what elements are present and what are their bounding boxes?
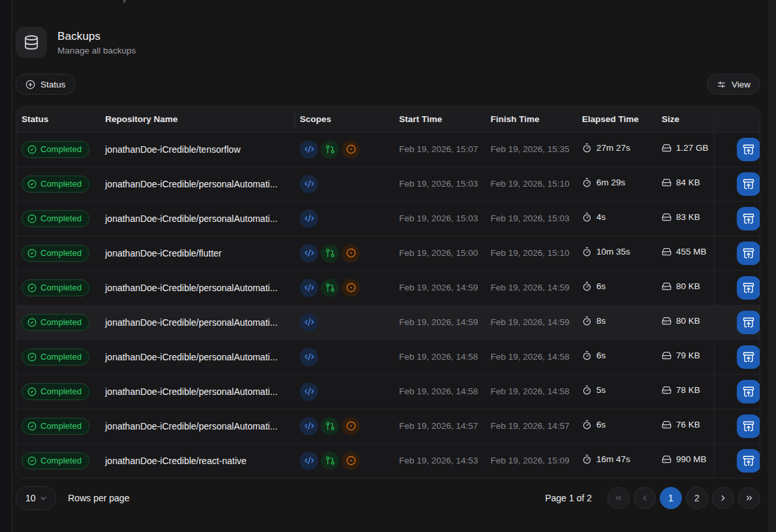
status-badge: Completed	[22, 141, 89, 158]
hard-drive-icon	[662, 247, 671, 257]
restore-backup-button[interactable]	[737, 311, 760, 334]
column-header-elapsed-time: Elapsed Time	[577, 107, 656, 132]
hard-drive-icon	[662, 212, 671, 222]
finish-time-cell: Feb 19, 2026, 15:10	[485, 166, 577, 201]
scopes-cell	[295, 339, 394, 374]
size-cell: 80 KB	[656, 270, 714, 305]
page-title: Backups	[57, 30, 136, 43]
rows-per-page-label: Rows per page	[68, 493, 129, 503]
pull-request-scope-icon	[321, 452, 339, 470]
column-header-actions	[714, 107, 760, 132]
next-page-button[interactable]	[712, 487, 734, 509]
table-row: Completed jonathanDoe-iCredible/react-na…	[16, 443, 760, 478]
status-cell: Completed	[16, 409, 100, 443]
repository-name-cell: jonathanDoe-iCredible/personalAutomati..…	[100, 201, 295, 236]
start-time-cell: Feb 19, 2026, 15:00	[394, 236, 485, 270]
code-scope-icon	[300, 313, 318, 332]
start-time-cell: Feb 19, 2026, 15:07	[394, 132, 485, 166]
archive-restore-icon	[743, 178, 754, 190]
code-scope-icon	[300, 383, 318, 401]
scopes-cell	[295, 236, 394, 270]
status-filter-button[interactable]: Status	[16, 74, 75, 95]
last-page-button[interactable]	[738, 487, 760, 509]
circle-check-icon	[27, 456, 37, 465]
scopes-cell	[295, 374, 394, 409]
scopes-cell	[295, 270, 394, 305]
restore-backup-button[interactable]	[737, 242, 760, 265]
actions-cell	[714, 305, 760, 339]
restore-backup-button[interactable]	[737, 345, 760, 369]
restore-backup-button[interactable]	[737, 449, 760, 473]
page-subtitle: Manage all backups	[57, 46, 136, 55]
size-cell: 83 KB	[656, 201, 714, 236]
repository-name-cell: jonathanDoe-iCredible/personalAutomati..…	[100, 305, 295, 339]
view-button-label: View	[732, 80, 751, 89]
finish-time-cell: Feb 19, 2026, 15:03	[485, 201, 577, 236]
code-scope-icon	[300, 279, 318, 297]
view-button[interactable]: View	[707, 74, 760, 95]
timer-icon	[582, 143, 592, 153]
restore-backup-button[interactable]	[737, 172, 760, 196]
scopes-cell	[295, 132, 394, 166]
chevron-down-icon	[39, 494, 48, 503]
previous-page-button[interactable]	[634, 487, 656, 509]
repository-name-cell: jonathanDoe-iCredible/personalAutomati..…	[100, 166, 295, 201]
column-header-status: Status	[16, 107, 100, 132]
status-badge: Completed	[22, 452, 89, 469]
page-1-button[interactable]: 1	[660, 487, 682, 509]
app-frame-left-edge	[0, 0, 12, 532]
restore-backup-button[interactable]	[737, 207, 760, 230]
finish-time-cell: Feb 19, 2026, 15:10	[485, 236, 577, 270]
restore-backup-button[interactable]	[737, 138, 760, 161]
page-2-button[interactable]: 2	[686, 487, 708, 509]
circle-check-icon	[27, 145, 37, 154]
archive-restore-icon	[743, 317, 754, 328]
timer-icon	[582, 281, 592, 291]
sliders-icon	[717, 80, 726, 89]
chevrons-left-icon	[614, 493, 623, 503]
repository-name-cell: jonathanDoe-iCredible/flutter	[100, 236, 295, 270]
size-cell: 1.27 GB	[656, 132, 714, 166]
size-cell: 78 KB	[656, 374, 714, 409]
start-time-cell: Feb 19, 2026, 14:53	[394, 443, 485, 478]
status-cell: Completed	[16, 374, 100, 409]
actions-cell	[714, 132, 760, 166]
restore-backup-button[interactable]	[737, 415, 760, 438]
actions-cell	[714, 270, 760, 305]
timer-icon	[582, 247, 592, 257]
size-cell: 79 KB	[656, 339, 714, 374]
chevron-left-icon	[640, 493, 649, 503]
hard-drive-icon	[662, 143, 671, 153]
rows-per-page-select[interactable]: 10	[16, 486, 56, 510]
chevrons-right-icon	[745, 493, 754, 503]
page-header: Backups Manage all backups	[16, 27, 760, 58]
archive-restore-icon	[743, 386, 754, 398]
scopes-cell	[295, 201, 394, 236]
archive-restore-icon	[743, 144, 754, 155]
elapsed-time-cell: 27m 27s	[577, 132, 656, 166]
status-cell: Completed	[16, 236, 100, 270]
actions-cell	[714, 339, 760, 374]
timer-icon	[582, 351, 592, 360]
archive-restore-icon	[743, 351, 754, 363]
table-row: Completed jonathanDoe-iCredible/personal…	[16, 339, 760, 374]
repository-name-cell: jonathanDoe-iCredible/personalAutomati..…	[100, 374, 295, 409]
elapsed-time-cell: 10m 35s	[577, 236, 656, 270]
status-badge: Completed	[22, 383, 89, 400]
finish-time-cell: Feb 19, 2026, 14:58	[485, 374, 577, 409]
restore-backup-button[interactable]	[737, 276, 760, 300]
size-cell: 76 KB	[656, 409, 714, 443]
restore-backup-button[interactable]	[737, 380, 760, 403]
start-time-cell: Feb 19, 2026, 15:03	[394, 166, 485, 201]
backups-page: Backups Manage all backups Status View S…	[16, 0, 760, 510]
status-cell: Completed	[16, 201, 100, 236]
page-status: Page 1 of 2	[545, 493, 592, 503]
finish-time-cell: Feb 19, 2026, 14:59	[485, 305, 577, 339]
elapsed-time-cell: 6s	[577, 339, 656, 374]
column-header-start-time: Start Time	[394, 107, 485, 132]
size-cell: 84 KB	[656, 166, 714, 201]
finish-time-cell: Feb 19, 2026, 15:35	[485, 132, 577, 166]
first-page-button[interactable]	[607, 487, 630, 509]
repository-name-cell: jonathanDoe-iCredible/personalAutomati..…	[100, 339, 295, 374]
circle-check-icon	[27, 387, 37, 396]
